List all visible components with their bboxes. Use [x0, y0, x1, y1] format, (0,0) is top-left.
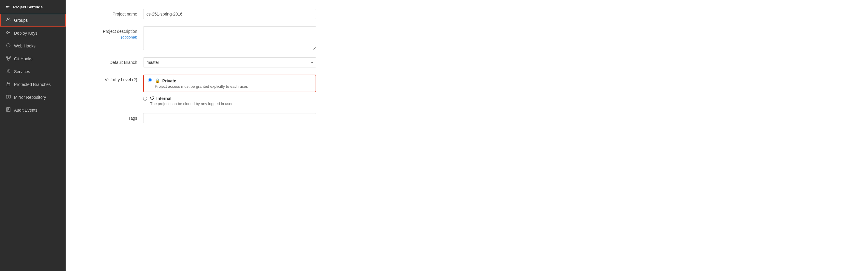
default-branch-select[interactable]: master [143, 57, 316, 67]
default-branch-label: Default Branch [84, 57, 143, 66]
visibility-private-title: 🔒 Private [155, 78, 248, 84]
main-content-area: Project name Project description (option… [66, 0, 868, 271]
svg-rect-8 [9, 95, 10, 98]
svg-rect-7 [6, 95, 8, 98]
key-icon [6, 30, 11, 36]
sidebar-item-deploy-keys[interactable]: Deploy Keys [0, 27, 66, 39]
visibility-internal-radio[interactable] [143, 97, 147, 100]
visibility-level-label: Visibility Level (?) [84, 74, 143, 83]
svg-point-0 [7, 18, 9, 20]
shield-internal-icon: 🛡 [150, 96, 155, 101]
project-name-row: Project name [84, 9, 316, 19]
visibility-options: 🔒 Private Project access must be granted… [143, 74, 316, 106]
mirror-icon [6, 94, 11, 100]
default-branch-row: Default Branch master [84, 57, 316, 67]
visibility-private-desc: Project access must be granted explicitl… [155, 84, 248, 89]
project-description-input[interactable] [143, 26, 316, 50]
project-name-label: Project name [84, 9, 143, 17]
sidebar: ✏ Project Settings Groups Deploy Keys [0, 0, 66, 271]
lock-icon [6, 82, 11, 87]
svg-point-1 [6, 32, 9, 34]
visibility-internal-title: 🛡 Internal [150, 96, 234, 101]
audit-icon [6, 107, 11, 113]
webhook-icon [6, 43, 11, 49]
services-icon [6, 69, 11, 74]
sidebar-item-git-hooks[interactable]: Git Hooks [0, 52, 66, 65]
svg-rect-4 [8, 59, 9, 60]
sidebar-item-mirror-repository[interactable]: Mirror Repository [0, 91, 66, 103]
visibility-internal-content: 🛡 Internal The project can be cloned by … [150, 96, 234, 106]
git-icon [6, 56, 11, 61]
project-description-label: Project description (optional) [84, 26, 143, 40]
tags-label: Tags [84, 113, 143, 121]
sidebar-item-groups[interactable]: Groups [0, 14, 66, 27]
lock-private-icon: 🔒 [155, 78, 160, 84]
visibility-option-private-box: 🔒 Private Project access must be granted… [143, 74, 316, 92]
default-branch-select-wrapper: master [143, 57, 316, 67]
visibility-private-content: 🔒 Private Project access must be granted… [155, 78, 248, 89]
visibility-internal-desc: The project can be cloned by any logged … [150, 101, 234, 106]
sidebar-item-audit-events[interactable]: Audit Events [0, 103, 66, 116]
sidebar-item-services[interactable]: Services [0, 65, 66, 78]
sidebar-item-project-settings[interactable]: ✏ Project Settings [0, 0, 66, 14]
tags-row: Tags [84, 113, 316, 123]
visibility-option-internal: 🛡 Internal The project can be cloned by … [143, 96, 316, 106]
sidebar-item-protected-branches[interactable]: Protected Branches [0, 78, 66, 91]
visibility-level-row: Visibility Level (?) 🔒 Private Project a… [84, 74, 316, 106]
svg-rect-2 [6, 56, 8, 58]
svg-point-5 [8, 70, 9, 72]
svg-rect-3 [9, 56, 10, 58]
svg-rect-6 [7, 84, 10, 86]
groups-icon [6, 17, 11, 23]
sidebar-item-web-hooks[interactable]: Web Hooks [0, 39, 66, 52]
project-description-row: Project description (optional) [84, 26, 316, 50]
tags-input[interactable] [143, 113, 316, 123]
visibility-private-radio[interactable] [148, 78, 152, 82]
project-name-input[interactable] [143, 9, 316, 19]
edit-icon: ✏ [5, 4, 10, 9]
